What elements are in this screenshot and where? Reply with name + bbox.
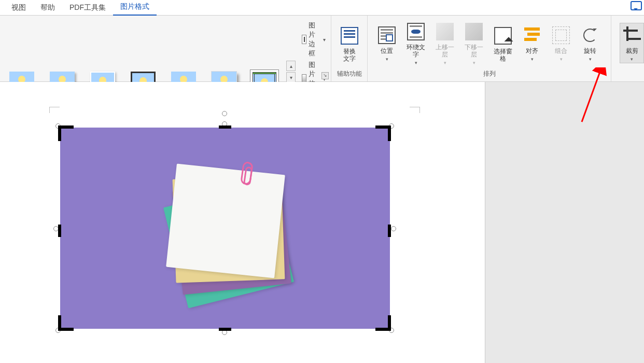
crop-handle-tl[interactable]	[58, 125, 61, 141]
alt-text-label-2: 文字	[343, 55, 356, 62]
border-icon	[302, 35, 306, 44]
bring-forward-label: 上移一层	[433, 44, 457, 58]
margin-corner-tl	[49, 107, 60, 113]
alt-text-icon	[341, 27, 358, 45]
gallery-scroll-up[interactable]: ▴	[286, 61, 296, 71]
send-backward-label: 下移一层	[462, 44, 486, 58]
crop-icon	[623, 26, 641, 44]
align-button[interactable]: 对齐 ▾	[519, 23, 545, 63]
wrap-text-button[interactable]: 环绕文 字 ▾	[403, 20, 429, 66]
tab-help[interactable]: 帮助	[33, 0, 62, 16]
chevron-down-icon: ▾	[444, 59, 446, 66]
picture-border-label: 图片边框	[309, 21, 320, 58]
selection-pane-label: 选择窗格	[491, 48, 515, 62]
chevron-down-icon: ▾	[631, 55, 633, 63]
rotate-handle[interactable]	[222, 111, 227, 116]
send-backward-icon	[465, 23, 483, 40]
chevron-down-icon: ▾	[473, 59, 475, 66]
selected-image[interactable]	[60, 128, 390, 329]
chevron-down-icon: ▾	[386, 55, 388, 63]
crop-handle-l[interactable]	[58, 225, 61, 237]
crop-handle-b[interactable]	[219, 328, 231, 331]
position-button[interactable]: 位置 ▾	[374, 23, 400, 63]
ribbon-tabs: 视图 帮助 PDF工具集 图片格式	[0, 0, 644, 16]
bring-forward-icon	[436, 23, 454, 40]
chevron-down-icon: ▾	[323, 37, 326, 43]
group-button: 组合 ▾	[548, 23, 574, 63]
image-content	[153, 159, 299, 299]
crop-handle-br[interactable]	[388, 315, 391, 331]
crop-handle-t[interactable]	[219, 125, 231, 129]
position-label: 位置	[381, 47, 393, 54]
rotate-icon	[581, 26, 599, 44]
picture-border-button[interactable]: 图片边框 ▾	[302, 21, 326, 58]
gallery-scroll-down[interactable]: ▾	[286, 72, 296, 82]
send-backward-button: 下移一层 ▾	[461, 20, 487, 66]
document-area	[0, 82, 644, 363]
wrap-label-1: 环绕文	[407, 44, 425, 51]
crop-handle-tr[interactable]	[388, 125, 391, 141]
tab-pdf-tools[interactable]: PDF工具集	[62, 0, 113, 16]
ribbon: ▴ ▾ ▿ 图片边框 ▾ 图片效果 ▾ 图片版式 ▾	[0, 16, 644, 82]
position-icon	[378, 26, 396, 44]
rotate-button[interactable]: 旋转 ▾	[577, 23, 603, 63]
group-arrange: 位置 ▾ 环绕文 字 ▾ 上移一层 ▾ 下移一层 ▾ 选择窗格	[368, 16, 611, 81]
chevron-down-icon: ▾	[560, 55, 563, 63]
group-label: 组合	[555, 47, 567, 54]
selection-pane-icon	[494, 27, 512, 45]
wrap-text-icon	[407, 23, 425, 40]
comments-icon[interactable]	[631, 1, 642, 10]
align-icon	[523, 26, 541, 44]
group-icon	[552, 26, 570, 44]
resize-handle-r[interactable]	[391, 226, 396, 231]
crop-handle-r[interactable]	[388, 225, 391, 237]
bring-forward-button: 上移一层 ▾	[432, 20, 458, 66]
tab-picture-format[interactable]: 图片格式	[113, 0, 157, 16]
crop-handle-bl[interactable]	[58, 315, 61, 331]
wrap-label-2: 字	[413, 51, 419, 58]
crop-button[interactable]: 裁剪 ▾	[620, 23, 644, 63]
group-label-accessibility: 辅助功能	[334, 68, 364, 80]
chevron-down-icon: ▾	[531, 55, 534, 63]
selection-pane-button[interactable]: 选择窗格	[490, 24, 516, 62]
crop-label: 裁剪	[626, 47, 638, 54]
group-picture-styles: ▴ ▾ ▿ 图片边框 ▾ 图片效果 ▾ 图片版式 ▾	[0, 16, 331, 81]
margin-corner-tr	[410, 107, 420, 113]
alt-text-label-1: 替换	[343, 48, 356, 55]
group-accessibility: 替换 文字 辅助功能	[331, 16, 368, 81]
chevron-down-icon: ▾	[589, 55, 592, 63]
side-panel	[485, 82, 644, 363]
page-canvas[interactable]	[0, 82, 485, 363]
align-label: 对齐	[526, 47, 538, 54]
picture-styles-launcher[interactable]: ↘	[321, 72, 329, 79]
alt-text-button[interactable]: 替换 文字	[337, 24, 362, 62]
group-label-size: 大小	[614, 68, 644, 80]
tab-view[interactable]: 视图	[4, 0, 33, 16]
group-size: 裁剪 ▾ 高度 宽度 大小	[611, 16, 644, 81]
rotate-label: 旋转	[584, 47, 596, 54]
group-label-arrange: 排列	[371, 68, 608, 80]
chevron-down-icon: ▾	[415, 59, 417, 66]
